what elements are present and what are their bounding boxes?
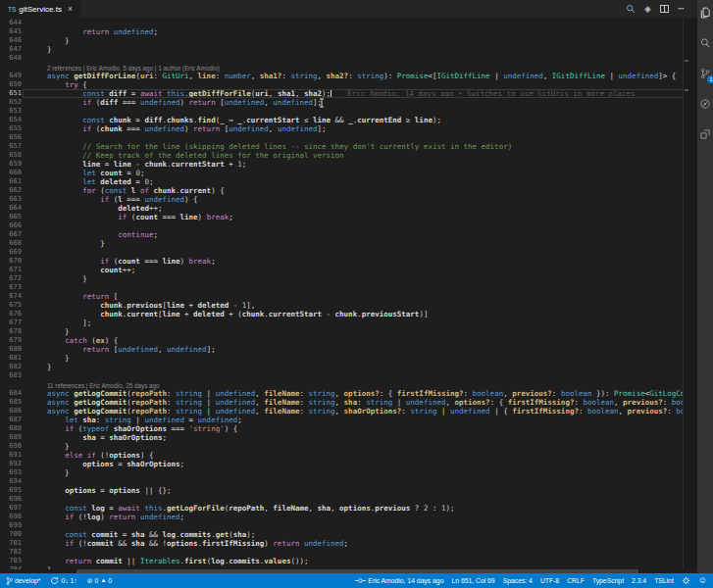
code-row[interactable]: 656 (0, 133, 697, 142)
sidebar-item-debug[interactable] (699, 98, 711, 110)
code-row[interactable]: 649 async getDiffForLine(uri: GitUri, li… (0, 72, 697, 80)
code-row[interactable]: 659 line = line - chunk.currentStart + 1… (0, 160, 697, 169)
error-count: 0 (95, 577, 99, 584)
code-row[interactable]: 692 options = shaOrOptions; (0, 460, 697, 468)
sidebar-item-search[interactable] (699, 37, 711, 49)
cursor-position-status[interactable]: Ln 651, Col 69 (451, 577, 494, 584)
code-row[interactable]: 690 } (0, 442, 697, 451)
code-line: if (l === undefined) { (29, 195, 198, 204)
code-row[interactable]: 670 if (count === line) break; (0, 257, 697, 266)
code-row[interactable]: 700 const commit = sha && log.commits.ge… (0, 530, 697, 539)
code-row[interactable]: 663 if (l === undefined) { (0, 195, 697, 204)
codelens-row[interactable]: 11 references | Eric Amodio, 25 days ago (0, 380, 697, 389)
code-row[interactable]: 674 return [ (0, 292, 697, 301)
line-number: 655 (0, 124, 22, 133)
code-row[interactable]: 691 else if (!options) { (0, 451, 697, 460)
feedback-smiley-icon[interactable]: ☺ (698, 577, 707, 584)
close-tab-icon[interactable]: × (68, 4, 73, 14)
problems-status[interactable]: ⊘ 0 ▲ 0 (87, 577, 112, 584)
sync-status[interactable]: 0↓ 1↑ (50, 576, 76, 585)
editor-scrollbar[interactable] (683, 18, 697, 573)
codelens-row[interactable]: 2 references | Eric Amodio, 5 days ago |… (0, 63, 697, 72)
ts-version-status[interactable]: 2.3.4 (632, 577, 646, 584)
line-number: 673 (0, 283, 22, 292)
code-line: let count = 0; (29, 169, 144, 177)
indentation-status[interactable]: Spaces: 4 (503, 577, 533, 584)
code-row[interactable]: 685 async getLogCommit(repoPath: string … (0, 398, 697, 407)
code-row[interactable]: 654 const chunk = diff.chunks.find(_ ⇒ _… (0, 116, 697, 124)
code-row[interactable]: 664 deleted++; (0, 204, 697, 213)
code-row[interactable]: 648 (0, 54, 697, 63)
code-row[interactable]: 677 ]; (0, 318, 697, 327)
code-row[interactable]: 678 } (0, 327, 697, 336)
eol-status[interactable]: CRLF (567, 577, 585, 584)
tab-gitservice[interactable]: TS gitService.ts × (0, 0, 80, 18)
code-row[interactable]: 644 (0, 19, 697, 27)
code-row[interactable]: 675 chunk.previous[line + deleted - 1], (0, 301, 697, 310)
code-row[interactable]: 646 } (0, 36, 697, 45)
code-row[interactable]: 666 (0, 221, 697, 230)
gitlens-blame-icon[interactable]: ◈ (644, 5, 651, 14)
code-row[interactable]: 679 catch (ex) { (0, 336, 697, 345)
code-row[interactable]: 655 if (chunk === undefined) return [und… (0, 124, 697, 133)
code-row[interactable]: 651 const diff = await this.getDiffForFi… (0, 89, 697, 98)
code-row[interactable]: 645 return undefined; (0, 27, 697, 36)
code-row[interactable]: 702 (0, 548, 697, 557)
code-row[interactable]: 657 // Search for the line (skipping del… (0, 142, 697, 151)
code-row[interactable]: 668 } (0, 239, 697, 248)
code-row[interactable]: 660 let count = 0; (0, 169, 697, 177)
sidebar-item-source-control[interactable]: 1 (699, 68, 711, 79)
code-row[interactable]: 694 (0, 477, 697, 486)
code-row[interactable]: 665 if (count === line) break; (0, 213, 697, 221)
gitlens-blame-status[interactable]: Eric Amodio, 14 days ago (355, 577, 443, 584)
code-row[interactable]: 698 if (!log) return undefined; (0, 513, 697, 521)
code-row[interactable]: 680 return [undefined, undefined]; (0, 345, 697, 354)
code-line: else if (!options) { (29, 451, 153, 460)
code-editor[interactable]: 644645 return undefined;646 }647 }6482 r… (0, 18, 697, 573)
code-row[interactable]: 688 if (typeof shaOrOptions === 'string'… (0, 424, 697, 433)
code-line: ]; (29, 318, 91, 327)
code-row[interactable]: 676 chunk.current[line + deleted + (chun… (0, 310, 697, 318)
settings-gear-icon[interactable] (682, 576, 690, 585)
branch-status[interactable]: develop* (6, 576, 40, 586)
split-editor-icon[interactable] (660, 5, 669, 13)
code-row[interactable]: 693 } (0, 468, 697, 477)
code-row[interactable]: 682 } (0, 363, 697, 371)
code-row[interactable]: 650 try { (0, 80, 697, 89)
code-row[interactable]: 697 const log = await this.getLogForFile… (0, 504, 697, 513)
sidebar-item-explorer[interactable] (699, 7, 711, 19)
code-row[interactable]: 669 (0, 248, 697, 257)
code-row[interactable]: 696 (0, 495, 697, 504)
tslint-status[interactable]: TSLint (654, 577, 674, 584)
code-row[interactable]: 658 // Keep track of the deleted lines f… (0, 151, 697, 160)
code-row[interactable]: 689 sha = shaOrOptions; (0, 433, 697, 442)
code-row[interactable]: 686 async getLogCommit(repoPath: string … (0, 407, 697, 416)
code-row[interactable]: 701 if (!commit && sha && !options.first… (0, 539, 697, 548)
code-row[interactable]: 667 continue; (0, 230, 697, 239)
code-row[interactable]: 652 if (diff === undefined) return [unde… (0, 98, 697, 107)
sidebar-item-extensions[interactable] (699, 128, 711, 140)
code-row[interactable]: 672 } (0, 274, 697, 283)
code-row[interactable]: 683 (0, 371, 697, 380)
code-row[interactable]: 681 } (0, 354, 697, 363)
code-row[interactable]: 695 options = options || {}; (0, 486, 697, 495)
code-row[interactable]: 684 async getLogCommit(repoPath: string … (0, 389, 697, 398)
code-row[interactable]: 699 (0, 521, 697, 530)
code-row[interactable]: 703 return commit || Iterables.first(log… (0, 557, 697, 565)
code-row[interactable]: 662 for (const l of chunk.current) { (0, 186, 697, 195)
encoding-status[interactable]: UTF-8 (540, 577, 559, 584)
line-number: 675 (0, 301, 22, 310)
code-row[interactable]: 671 count++; (0, 266, 697, 274)
code-row[interactable]: 653 (0, 107, 697, 116)
line-number: 688 (0, 424, 22, 433)
code-row[interactable]: 647 } (0, 45, 697, 54)
open-changes-icon[interactable] (626, 0, 636, 18)
line-number: 684 (0, 389, 22, 398)
code-row[interactable]: 673 (0, 283, 697, 292)
status-bar-right: Eric Amodio, 14 days ago Ln 651, Col 69 … (355, 576, 707, 585)
more-actions-icon[interactable]: ··· (678, 4, 684, 14)
language-status[interactable]: TypeScript (592, 577, 624, 584)
line-number: 699 (0, 521, 22, 530)
code-row[interactable]: 661 let deleted = 0; (0, 177, 697, 186)
code-row[interactable]: 687 let sha: string | undefined = undefi… (0, 416, 697, 424)
